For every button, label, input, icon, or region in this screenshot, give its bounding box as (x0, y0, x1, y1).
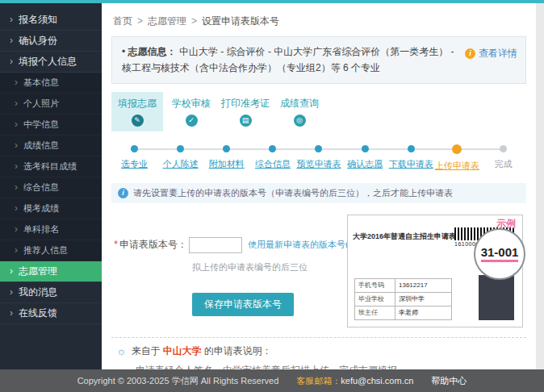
tab-label: 打印准考证 (220, 97, 271, 111)
version-hint-below: 拟上传的申请表编号的后三位 (192, 261, 347, 273)
breadcrumb-home[interactable]: 首页 (113, 15, 132, 27)
step-comprehensive-info: 综合信息 (249, 144, 295, 172)
table-row: 班主任李老师 (355, 306, 452, 319)
notice-text: 请先设置要上传的申请表的版本号（申请表编号的后三位），之后才能上传申请表 (133, 187, 453, 199)
volunteer-info-text: • 志愿信息： 中山大学 - 综合评价 - 中山大学广东省综合评价（第一类考生）… (122, 44, 465, 77)
chevron-right-icon: › (10, 14, 13, 25)
view-detail-link[interactable]: i 查看详情 (465, 45, 517, 61)
chevron-right-icon: › (15, 181, 18, 193)
tab-fill-volunteer[interactable]: 填报志愿 ✎ (111, 92, 163, 131)
version-form: *申请表版本号：使用最新申请表的版本号(001) 拟上传的申请表编号的后三位 保… (111, 215, 347, 327)
sample-title: 大学2016年普通自主招生申请表 (353, 231, 456, 242)
sidebar-item-label: 确认身份 (19, 35, 57, 46)
step-label[interactable]: 综合信息 (249, 158, 295, 170)
help-center-link[interactable]: 帮助中心 (431, 375, 467, 387)
breadcrumb-volunteer[interactable]: 志愿管理 (148, 15, 186, 27)
sidebar-item-label: 志愿管理 (19, 265, 57, 277)
sample-cell-label: 毕业学校 (355, 292, 395, 306)
sidebar-item-subject-rank[interactable]: ›单科排名 (0, 219, 102, 240)
sample-cell-value: 13612217 (395, 278, 452, 292)
form-description: ☼ 来自于中山大学的申请表说明： 申请表经个人签名、中学审核盖章后扫描上传，完成… (111, 338, 526, 369)
step-label[interactable]: 选专业 (111, 158, 157, 170)
magnifier-circle-icon: 31-001 (474, 228, 525, 280)
edit-icon: ✎ (132, 115, 144, 127)
sidebar-item-label: 个人照片 (23, 98, 59, 108)
bullet: • (122, 46, 125, 57)
sidebar-item-messages[interactable]: ›我的消息 (0, 282, 102, 303)
version-input[interactable] (189, 237, 242, 253)
sidebar-item-feedback[interactable]: ›在线反馈 (0, 303, 102, 324)
version-hint-right: 使用最新申请表的版本号(001) (248, 240, 347, 249)
tab-label: 学校审核 (165, 97, 217, 111)
chevron-right-icon: › (15, 119, 18, 130)
sidebar-item-comprehensive-info[interactable]: ›综合信息 (0, 177, 102, 198)
sidebar-item-identity[interactable]: ›确认身份 (0, 31, 102, 52)
tab-print-ticket[interactable]: 打印准考证 ▤ (220, 92, 271, 131)
step-upload-form: 上传申请表 (434, 144, 480, 172)
save-version-button[interactable]: 保存申请表版本号 (192, 293, 294, 316)
chevron-right-icon: › (15, 161, 18, 172)
sidebar-item-label: 综合信息 (23, 182, 59, 192)
footer: Copyright © 2003-2025 学信网 All Rights Res… (0, 369, 544, 392)
tip-line: 申请表经个人签名、中学审核盖章后扫描上传，完成志愿填报。 (136, 363, 523, 369)
step-label[interactable]: 预览申请表 (295, 158, 341, 170)
step-label[interactable]: 下载申请表 (388, 158, 434, 170)
chevron-right-icon: › (10, 307, 13, 319)
sample-cell-label: 手机号码 (355, 278, 395, 292)
step-label[interactable]: 个人陈述 (157, 158, 203, 170)
step-dot (177, 145, 184, 152)
version-field-label: *申请表版本号： (113, 238, 187, 252)
chevron-right-icon: › (10, 265, 13, 277)
table-row: 手机号码13612217 (355, 278, 452, 292)
tab-school-review[interactable]: 学校审核 ✓ (165, 92, 217, 131)
notice-bar: i 请先设置要上传的申请表的版本号（申请表编号的后三位），之后才能上传申请表 (111, 183, 526, 203)
sample-cell-label: 班主任 (355, 306, 395, 319)
chevron-right-icon: › (15, 202, 18, 214)
sidebar-item-label: 我的消息 (19, 286, 57, 298)
step-confirm-volunteer: 确认志愿 (342, 144, 388, 172)
search-icon: ◎ (294, 115, 306, 127)
sidebar-item-basic-info[interactable]: ›基本信息 (0, 73, 102, 94)
sidebar-item-personal-info[interactable]: ›填报个人信息 (0, 52, 102, 73)
view-detail-label: 查看详情 (479, 45, 517, 61)
sidebar-item-notice[interactable]: ›报名须知 (0, 10, 102, 31)
chevron-right-icon: › (10, 56, 13, 67)
sidebar-item-photo[interactable]: ›个人照片 (0, 94, 102, 115)
step-dot (269, 145, 276, 152)
tab-label: 填报志愿 (111, 97, 163, 111)
sidebar-item-mock-scores[interactable]: ›模考成绩 (0, 198, 102, 219)
step-download-form: 下载申请表 (388, 144, 434, 172)
sidebar-item-subject-scores[interactable]: ›选考科目成绩 (0, 156, 102, 177)
chevron-right-icon: › (10, 35, 13, 46)
step-personal-statement: 个人陈述 (157, 144, 203, 172)
sample-table: 手机号码13612217 毕业学校深圳中学 班主任李老师 (354, 278, 452, 320)
volunteer-info-box: • 志愿信息： 中山大学 - 综合评价 - 中山大学广东省综合评价（第一类考生）… (111, 36, 526, 84)
sidebar-item-label: 推荐人信息 (23, 245, 68, 255)
main-content: 首页>志愿管理>设置申请表版本号 • 志愿信息： 中山大学 - 综合评价 - 中… (102, 3, 536, 369)
sidebar-item-school-info[interactable]: ›中学信息 (0, 115, 102, 136)
step-finish: 完成 (480, 144, 526, 172)
sidebar-item-volunteer-management[interactable]: ›志愿管理 (0, 261, 102, 282)
tab-score-query[interactable]: 成绩查询 ◎ (274, 92, 325, 131)
step-label[interactable]: 确认志愿 (342, 158, 388, 170)
contact: 客服邮箱：kefu@chsi.com.cn (296, 375, 413, 387)
print-icon: ▤ (240, 115, 252, 127)
step-choose-major: 选专业 (111, 144, 157, 172)
sidebar-item-score-info[interactable]: ›成绩信息 (0, 136, 102, 156)
chevron-right-icon: › (15, 244, 18, 256)
step-label[interactable]: 附加材料 (203, 158, 249, 170)
step-label[interactable]: 上传申请表 (434, 160, 480, 172)
breadcrumb-current: 设置申请表版本号 (202, 15, 279, 27)
info-icon: i (465, 48, 475, 59)
sample-cell-value: 深圳中学 (395, 292, 452, 306)
contact-email-link[interactable]: kefu@chsi.com.cn (341, 376, 413, 386)
chevron-right-icon: › (15, 98, 18, 109)
page: ›报名须知 ›确认身份 ›填报个人信息 ›基本信息 ›个人照片 ›中学信息 ›成… (0, 0, 544, 392)
chevron-right-icon: › (15, 223, 18, 235)
sidebar-item-label: 基本信息 (23, 77, 59, 87)
photo-placeholder (479, 275, 514, 320)
step-dot (131, 145, 138, 152)
sidebar-item-label: 成绩信息 (23, 140, 59, 150)
step-dot (315, 145, 322, 152)
sidebar-item-recommender[interactable]: ›推荐人信息 (0, 240, 102, 261)
